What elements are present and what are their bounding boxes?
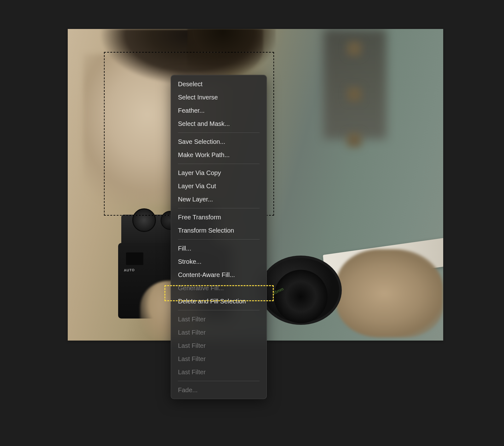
camera-label-plate [126, 252, 143, 265]
menu-item-select-and-mask[interactable]: Select and Mask... [171, 117, 266, 130]
photo-subject-hair [187, 29, 276, 76]
menu-separator [178, 239, 260, 240]
menu-item-feather[interactable]: Feather... [171, 104, 266, 117]
menu-item-free-transform[interactable]: Free Transform [171, 211, 266, 224]
menu-item-stroke[interactable]: Stroke... [171, 255, 266, 268]
menu-item-save-selection[interactable]: Save Selection... [171, 135, 266, 148]
menu-separator [178, 208, 260, 208]
menu-item-layer-via-copy[interactable]: Layer Via Copy [171, 166, 266, 179]
menu-item-select-inverse[interactable]: Select Inverse [171, 91, 266, 104]
menu-item-last-filter: Last Filter [171, 365, 266, 379]
menu-item-transform-selection[interactable]: Transform Selection [171, 224, 266, 237]
photo-lens: 35mm [260, 240, 370, 334]
camera-auto-text: AUTO [124, 268, 135, 272]
menu-item-last-filter: Last Filter [171, 313, 266, 326]
menu-item-last-filter: Last Filter [171, 326, 266, 339]
menu-separator [178, 164, 260, 164]
menu-item-fade: Fade... [171, 383, 266, 397]
menu-item-generative-fill: Generative Fill... [171, 281, 266, 295]
context-menu: DeselectSelect InverseFeather...Select a… [171, 75, 267, 399]
camera-dial [132, 208, 156, 232]
menu-separator [178, 381, 260, 381]
menu-separator [178, 133, 260, 133]
background-detail [347, 87, 361, 101]
menu-item-deselect[interactable]: Deselect [171, 77, 266, 91]
menu-item-delete-and-fill-selection[interactable]: Delete and Fill Selection [171, 295, 266, 308]
background-detail [347, 133, 361, 147]
menu-item-new-layer[interactable]: New Layer... [171, 193, 266, 206]
menu-item-layer-via-cut[interactable]: Layer Via Cut [171, 179, 266, 193]
menu-item-last-filter: Last Filter [171, 352, 266, 365]
menu-separator [178, 310, 260, 310]
menu-item-content-aware-fill[interactable]: Content-Aware Fill... [171, 268, 266, 281]
lens-ring [274, 270, 328, 323]
menu-item-fill[interactable]: Fill... [171, 242, 266, 255]
menu-item-make-work-path[interactable]: Make Work Path... [171, 148, 266, 161]
menu-item-last-filter: Last Filter [171, 339, 266, 352]
background-detail [347, 42, 361, 56]
